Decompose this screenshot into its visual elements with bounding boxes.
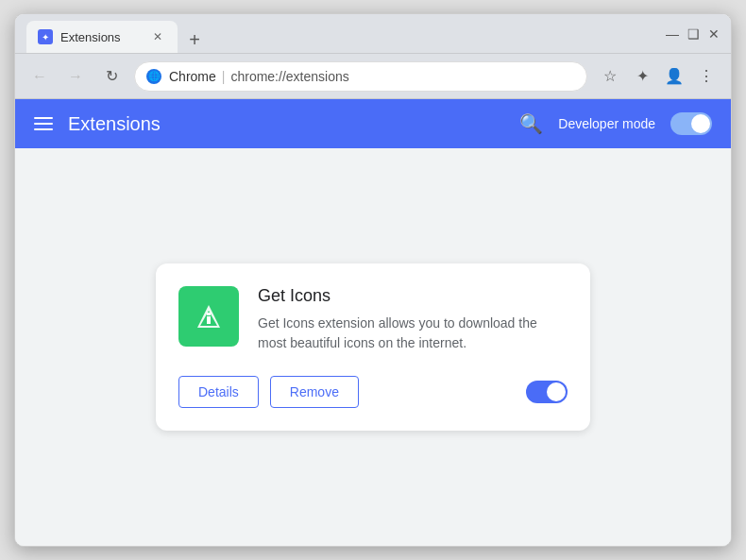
menu-button[interactable]: ⋮ — [693, 63, 720, 90]
extension-toggle-knob — [547, 382, 566, 401]
extensions-header: Extensions 🔍 Developer mode — [15, 99, 731, 148]
tab-area: ✦ Extensions ✕ + — [26, 14, 659, 53]
address-site: Chrome — [169, 69, 216, 84]
bookmark-button[interactable]: ☆ — [597, 63, 623, 90]
tab-close-button[interactable]: ✕ — [149, 28, 166, 45]
developer-mode-label: Developer mode — [558, 116, 655, 131]
extension-toggle[interactable] — [526, 381, 568, 403]
close-button[interactable]: ✕ — [708, 28, 720, 40]
minimize-button[interactable]: — — [667, 28, 678, 40]
developer-mode-toggle[interactable] — [670, 112, 712, 135]
maximize-button[interactable]: ❑ — [687, 28, 699, 40]
tab-favicon: ✦ — [38, 29, 53, 44]
extensions-button[interactable]: ✦ — [629, 63, 655, 90]
profile-button[interactable]: 👤 — [661, 63, 687, 90]
details-button[interactable]: Details — [178, 376, 259, 408]
address-url: chrome://extensions — [230, 69, 348, 84]
extension-info: Get Icons Get Icons extension allows you… — [258, 286, 568, 353]
address-bar[interactable]: 🌐 Chrome | chrome://extensions — [134, 61, 587, 92]
forward-button[interactable]: → — [62, 63, 89, 90]
tab-title: Extensions — [60, 30, 142, 44]
hamburger-menu[interactable] — [34, 117, 53, 130]
toolbar-icons: ☆ ✦ 👤 ⋮ — [597, 63, 720, 90]
content-area: 9 risk.com Get Icons Get Icons extension… — [15, 148, 731, 546]
extension-card: Get Icons Get Icons extension allows you… — [156, 263, 590, 431]
svg-rect-2 — [207, 316, 211, 324]
new-tab-button[interactable]: + — [181, 26, 208, 53]
extension-icon — [178, 286, 239, 347]
window-controls: — ❑ ✕ — [667, 28, 720, 40]
svg-rect-3 — [207, 313, 211, 315]
back-button[interactable]: ← — [26, 63, 53, 90]
reload-button[interactable]: ↻ — [98, 63, 125, 90]
toolbar: ← → ↻ 🌐 Chrome | chrome://extensions ☆ ✦… — [15, 54, 731, 99]
extension-card-bottom: Details Remove — [178, 376, 568, 408]
extension-description: Get Icons extension allows you to downlo… — [258, 314, 568, 353]
extension-icon-svg — [192, 299, 226, 333]
search-icon[interactable]: 🔍 — [519, 112, 543, 135]
remove-button[interactable]: Remove — [270, 376, 359, 408]
browser-window: ✦ Extensions ✕ + — ❑ ✕ ← → ↻ 🌐 Chrome | … — [14, 13, 732, 547]
extensions-title: Extensions — [68, 113, 504, 135]
active-tab[interactable]: ✦ Extensions ✕ — [26, 21, 178, 53]
extension-card-top: Get Icons Get Icons extension allows you… — [178, 286, 568, 353]
address-text: Chrome | chrome://extensions — [169, 69, 349, 84]
extension-name: Get Icons — [258, 286, 568, 306]
site-icon: 🌐 — [146, 69, 161, 84]
title-bar: ✦ Extensions ✕ + — ❑ ✕ — [15, 14, 731, 54]
address-separator: | — [222, 69, 226, 84]
toggle-knob — [691, 114, 710, 133]
